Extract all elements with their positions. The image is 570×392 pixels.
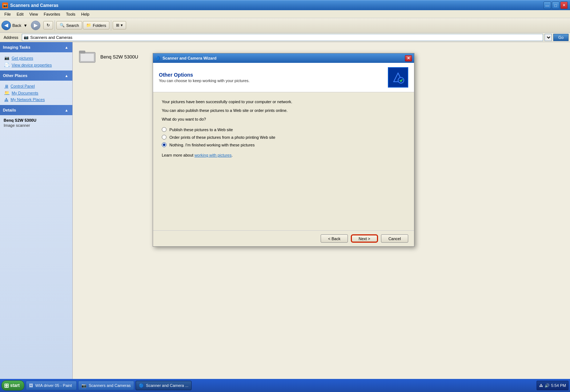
sidebar-section-imaging-tasks: Imaging Tasks ▲ 📷 Get pictures 📄 View de… (0, 42, 72, 70)
tray-network-icon: 🖧 (539, 383, 543, 388)
my-documents-label: My Documents (12, 91, 38, 95)
control-panel-icon: 🖥 (4, 84, 8, 88)
tray-time: 5:54 PM (551, 383, 566, 388)
menu-favorites[interactable]: Favorites (41, 11, 63, 17)
menu-view[interactable]: View (27, 11, 41, 17)
address-dropdown[interactable] (545, 34, 552, 41)
sidebar-link-get-pictures[interactable]: 📷 Get pictures (0, 54, 72, 61)
details-device-type: Image scanner (4, 123, 69, 128)
maximize-button[interactable]: □ (552, 1, 559, 9)
learn-more-text: Learn more about (162, 153, 194, 157)
radio-option-order-prints[interactable]: Order prints of these pictures from a ph… (162, 135, 405, 140)
start-label: start (10, 383, 20, 388)
dialog-question: What do you want to do? (162, 117, 405, 121)
taskbar: ⊞ start 🖼 WIA driver 05 - Paint 📷 Scanne… (0, 379, 570, 392)
view-device-icon: 📄 (4, 62, 9, 67)
dialog-header-icon (388, 67, 408, 88)
dialog-paragraph2: You can also publish these pictures to a… (162, 108, 405, 113)
imaging-tasks-label: Imaging Tasks (3, 45, 31, 49)
minimize-button[interactable]: — (543, 1, 551, 9)
dialog-header: Other Options You can choose to keep wor… (153, 63, 414, 92)
refresh-button[interactable]: ↻ (43, 21, 53, 29)
search-button[interactable]: 🔍 Search (56, 21, 82, 29)
learn-more-paragraph: Learn more about working with pictures. (162, 153, 405, 157)
menu-bar: File Edit View Favorites Tools Help (0, 10, 570, 18)
sidebar-link-control-panel[interactable]: 🖥 Control Panel (0, 83, 72, 89)
sidebar-section-other-places: Other Places ▲ 🖥 Control Panel 📁 My Docu… (0, 70, 72, 105)
taskbar-item-scanners[interactable]: 📷 Scanners and Cameras (78, 381, 134, 390)
tray-volume-icon: 🔊 (545, 383, 550, 388)
folders-label: Folders (93, 23, 106, 28)
radio-publish-input[interactable] (162, 127, 166, 132)
folders-button[interactable]: 📁 Folders (83, 21, 109, 29)
dialog-footer: < Back Next > Cancel (153, 230, 414, 246)
window-title: Scanners and Cameras (10, 3, 59, 8)
forward-button[interactable]: ▶ (31, 21, 40, 30)
svg-rect-2 (79, 51, 85, 53)
imaging-tasks-collapse-icon: ▲ (64, 44, 69, 50)
wizard-icon: 🔵 (139, 383, 144, 388)
cancel-button[interactable]: Cancel (381, 234, 408, 243)
address-field[interactable]: 📷 Scanners and Cameras (22, 34, 543, 41)
radio-publish-label: Publish these pictures to a Web site (169, 128, 233, 132)
system-tray: 🖧 🔊 5:54 PM (537, 381, 569, 390)
get-pictures-label: Get pictures (12, 56, 33, 60)
taskbar-item-paint[interactable]: 🖼 WIA driver 05 - Paint (26, 381, 77, 390)
address-icon: 📷 (24, 35, 29, 40)
get-pictures-icon: 📷 (4, 56, 9, 60)
scanner-camera-wizard-dialog: 🔵 Scanner and Camera Wizard ✕ Other Opti… (153, 53, 414, 247)
control-panel-label: Control Panel (11, 84, 35, 88)
radio-nothing-input[interactable] (162, 142, 166, 147)
start-button[interactable]: ⊞ start (1, 380, 24, 391)
search-label: Search (66, 23, 79, 28)
network-places-label: My Network Places (11, 97, 45, 102)
window-close-button[interactable]: ✕ (560, 1, 568, 9)
sidebar-link-my-documents[interactable]: 📁 My Documents (0, 89, 72, 96)
dialog-title-bar: 🔵 Scanner and Camera Wizard ✕ (153, 53, 414, 63)
other-places-content: 🖥 Control Panel 📁 My Documents 🖧 My Netw… (0, 81, 72, 105)
paint-icon: 🖼 (29, 383, 33, 388)
working-with-pictures-link[interactable]: working with pictures (194, 153, 232, 157)
search-icon: 🔍 (60, 23, 65, 28)
view-device-label: View device properties (12, 63, 52, 67)
imaging-tasks-header[interactable]: Imaging Tasks ▲ (0, 42, 72, 52)
sidebar: Imaging Tasks ▲ 📷 Get pictures 📄 View de… (0, 42, 73, 379)
back-button[interactable]: < Back (321, 234, 348, 243)
scanners-icon: 📷 (81, 383, 87, 388)
radio-nothing-label: Nothing. I'm finished working with these… (169, 143, 254, 147)
radio-option-nothing[interactable]: Nothing. I'm finished working with these… (162, 142, 405, 147)
title-bar: 📷 Scanners and Cameras — □ ✕ (0, 0, 570, 10)
taskbar-item-paint-label: WIA driver 05 - Paint (35, 383, 72, 388)
taskbar-item-scanners-label: Scanners and Cameras (89, 383, 131, 388)
views-icon: ⊞ (116, 23, 119, 28)
dialog-title: Scanner and Camera Wizard (162, 56, 216, 60)
sidebar-link-view-device-properties[interactable]: 📄 View device properties (0, 61, 72, 68)
menu-tools[interactable]: Tools (63, 11, 79, 17)
radio-order-input[interactable] (162, 135, 166, 140)
other-places-header[interactable]: Other Places ▲ (0, 70, 72, 81)
menu-file[interactable]: File (1, 11, 14, 17)
menu-help[interactable]: Help (78, 11, 92, 17)
address-value: Scanners and Cameras (30, 35, 72, 40)
other-places-label: Other Places (3, 73, 27, 78)
menu-edit[interactable]: Edit (14, 11, 27, 17)
other-places-collapse-icon: ▲ (64, 73, 69, 78)
dialog-close-button[interactable]: ✕ (405, 55, 412, 61)
back-label: Back (12, 23, 21, 28)
radio-option-publish[interactable]: Publish these pictures to a Web site (162, 127, 405, 132)
views-button[interactable]: ⊞ ▾ (113, 21, 126, 29)
taskbar-item-wizard[interactable]: 🔵 Scanner and Camera ... (136, 381, 192, 390)
window-controls: — □ ✕ (543, 1, 568, 9)
content-area: Benq S2W 5300U 🔵 Scanner and Camera Wiza… (73, 42, 570, 379)
dialog-title-icon: 🔵 (155, 56, 160, 61)
back-button[interactable]: ◀ (1, 21, 11, 30)
details-content: Benq S2W 5300U Image scanner (0, 115, 72, 130)
address-go-button[interactable]: Go (553, 34, 569, 41)
main-container: Imaging Tasks ▲ 📷 Get pictures 📄 View de… (0, 42, 570, 379)
details-header[interactable]: Details ▲ (0, 105, 72, 115)
next-button[interactable]: Next > (351, 234, 378, 243)
sidebar-link-my-network-places[interactable]: 🖧 My Network Places (0, 96, 72, 103)
taskbar-item-wizard-label: Scanner and Camera ... (146, 383, 189, 388)
imaging-tasks-content: 📷 Get pictures 📄 View device properties (0, 52, 72, 70)
details-label: Details (3, 108, 16, 112)
